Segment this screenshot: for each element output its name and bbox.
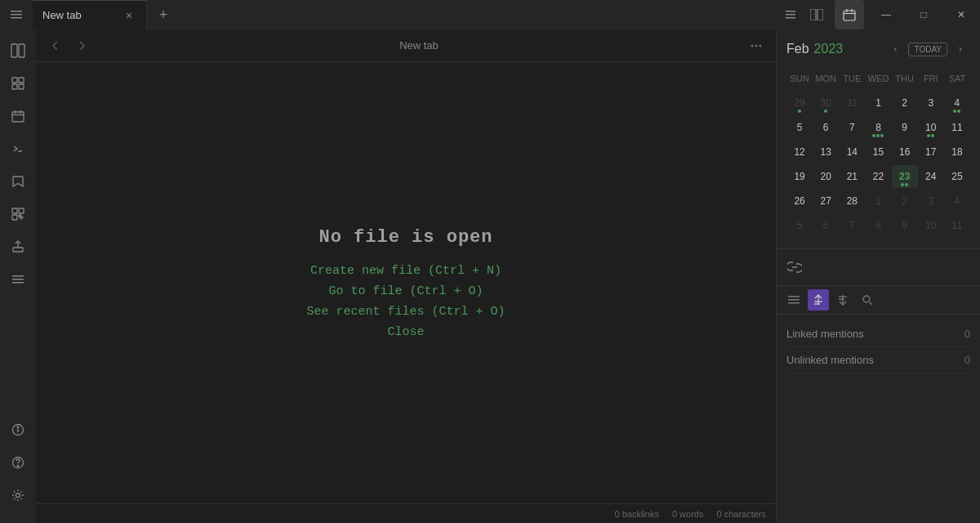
cal-day-jan31[interactable]: 31 — [839, 92, 865, 114]
maximize-button[interactable]: □ — [905, 0, 942, 29]
publish-left-icon[interactable] — [3, 232, 33, 262]
cal-day-feb25[interactable]: 25 — [944, 165, 970, 188]
cal-day-feb12[interactable]: 12 — [786, 141, 813, 163]
svg-rect-15 — [12, 112, 24, 122]
cal-day-feb20[interactable]: 20 — [813, 165, 839, 188]
cal-day-feb6[interactable]: 6 — [813, 116, 839, 139]
cal-day-mar11[interactable]: 11 — [944, 214, 970, 237]
svg-rect-43 — [788, 302, 800, 304]
cal-day-feb16[interactable]: 16 — [892, 141, 918, 163]
cal-day-feb27[interactable]: 27 — [813, 190, 839, 212]
cal-day-feb5[interactable]: 5 — [786, 116, 813, 139]
cal-day-feb13[interactable]: 13 — [813, 141, 839, 163]
backlinks-list-button[interactable] — [783, 289, 804, 311]
backlinks-sort-asc-button[interactable] — [808, 289, 829, 311]
grid-view-icon[interactable] — [3, 69, 33, 98]
extensions-left-icon[interactable] — [3, 199, 33, 229]
cal-header-fri: FRI — [918, 67, 944, 90]
cal-day-feb23-today[interactable]: 23 — [892, 165, 918, 188]
cal-day-mar1[interactable]: 1 — [865, 190, 891, 212]
create-new-file-link[interactable]: Create new file (Ctrl + N) — [310, 264, 501, 278]
cal-day-feb19[interactable]: 19 — [786, 165, 813, 188]
svg-line-51 — [870, 302, 873, 306]
back-button[interactable] — [46, 36, 65, 56]
cal-day-feb15[interactable]: 15 — [865, 141, 891, 163]
more-options-button[interactable] — [746, 36, 766, 56]
sidebar-toggle-button[interactable] — [0, 0, 33, 29]
svg-rect-0 — [11, 11, 22, 12]
content-toolbar: New tab — [36, 29, 776, 62]
cal-day-mar7[interactable]: 7 — [839, 214, 865, 237]
svg-rect-3 — [810, 9, 816, 20]
cal-day-mar10[interactable]: 10 — [918, 214, 944, 237]
cal-day-feb26[interactable]: 26 — [786, 190, 813, 212]
close-button[interactable]: ✕ — [942, 0, 980, 29]
help-left-icon[interactable] — [3, 448, 33, 477]
calendar-next-button[interactable]: › — [951, 39, 970, 59]
cal-day-mar5[interactable]: 5 — [786, 214, 813, 237]
backlinks-search-button[interactable] — [857, 289, 878, 311]
calendar-section: Feb 2023 ‹ TODAY › SUN MON TUE WED THU F… — [777, 29, 980, 249]
cal-day-mar4[interactable]: 4 — [944, 190, 970, 212]
cal-day-feb1[interactable]: 1 — [865, 92, 891, 114]
calendar-week-6: 5 6 7 8 9 10 11 — [786, 214, 970, 237]
cal-day-feb10[interactable]: 10 — [918, 116, 944, 139]
cal-day-feb9[interactable]: 9 — [892, 116, 918, 139]
cal-day-mar2[interactable]: 2 — [892, 190, 918, 212]
cal-day-mar8[interactable]: 8 — [865, 214, 891, 237]
cal-day-mar3[interactable]: 3 — [918, 190, 944, 212]
cal-day-feb3[interactable]: 3 — [918, 92, 944, 114]
cal-day-feb14[interactable]: 14 — [839, 141, 865, 163]
svg-point-38 — [755, 44, 758, 47]
cal-day-feb17[interactable]: 17 — [918, 141, 944, 163]
list-left-icon[interactable] — [3, 265, 33, 294]
svg-rect-29 — [12, 279, 24, 280]
close-link[interactable]: Close — [387, 325, 424, 339]
layout-button[interactable] — [805, 3, 828, 26]
backlinks-sort-desc-button[interactable] — [832, 289, 853, 311]
sidebar-panels-icon[interactable] — [3, 36, 33, 65]
go-to-file-link[interactable]: Go to file (Ctrl + O) — [328, 284, 483, 298]
cal-day-feb8[interactable]: 8 — [865, 116, 891, 139]
svg-rect-4 — [817, 9, 823, 20]
cal-day-feb7[interactable]: 7 — [839, 116, 865, 139]
minimize-button[interactable]: — — [867, 0, 905, 29]
active-tab[interactable]: New tab × — [33, 0, 147, 29]
cal-day-mar9[interactable]: 9 — [892, 214, 918, 237]
new-tab-button[interactable]: + — [150, 2, 176, 28]
cal-day-feb21[interactable]: 21 — [839, 165, 865, 188]
calendar-week-4: 19 20 21 22 23 24 25 — [786, 165, 970, 188]
cal-day-feb4[interactable]: 4 — [944, 92, 970, 114]
cal-day-feb2[interactable]: 2 — [892, 92, 918, 114]
calendar-panel-button[interactable] — [835, 0, 864, 29]
no-file-title: No file is open — [318, 227, 492, 248]
tab-list-button[interactable] — [779, 3, 802, 26]
calendar-today-button[interactable]: TODAY — [908, 42, 947, 56]
words-status: 0 words — [672, 509, 704, 519]
cal-day-mar6[interactable]: 6 — [813, 214, 839, 237]
tab-close-button[interactable]: × — [122, 8, 136, 23]
cal-day-feb11[interactable]: 11 — [944, 116, 970, 139]
cal-day-feb18[interactable]: 18 — [944, 141, 970, 163]
unlinked-mentions-label: Unlinked mentions — [786, 354, 874, 366]
calendar-left-icon[interactable] — [3, 101, 33, 131]
calendar-prev-button[interactable]: ‹ — [885, 39, 905, 59]
forward-button[interactable] — [72, 36, 91, 56]
calendar-nav: ‹ TODAY › — [885, 39, 970, 59]
settings-left-icon[interactable] — [3, 481, 33, 510]
cal-day-jan29[interactable]: 29 — [786, 92, 813, 114]
tab-bar: New tab × + — [33, 0, 835, 29]
whats-new-icon[interactable] — [3, 415, 33, 445]
backlinks-icon[interactable] — [783, 256, 806, 279]
recent-files-link[interactable]: See recent files (Ctrl + O) — [306, 305, 505, 319]
cal-day-feb22[interactable]: 22 — [865, 165, 891, 188]
svg-rect-2 — [11, 17, 22, 19]
cal-header-mon: MON — [813, 67, 839, 90]
cal-day-jan30[interactable]: 30 — [813, 92, 839, 114]
cal-day-feb28[interactable]: 28 — [839, 190, 865, 212]
cal-header-sat: SAT — [944, 67, 970, 90]
terminal-left-icon[interactable] — [3, 134, 33, 163]
svg-rect-20 — [12, 208, 17, 213]
cal-day-feb24[interactable]: 24 — [918, 165, 944, 188]
bookmarks-icon[interactable] — [3, 167, 33, 196]
